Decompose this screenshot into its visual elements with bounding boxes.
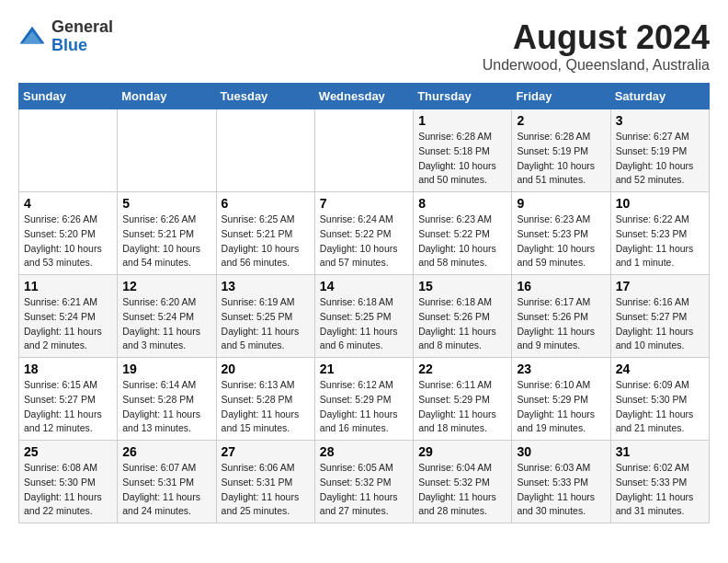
calendar-cell: 25Sunrise: 6:08 AMSunset: 5:30 PMDayligh…: [19, 441, 118, 523]
day-number: 4: [24, 196, 112, 211]
weekday-header-saturday: Saturday: [610, 84, 709, 109]
calendar-cell: 8Sunrise: 6:23 AMSunset: 5:22 PMDaylight…: [414, 192, 512, 275]
day-number: 13: [222, 279, 310, 293]
day-number: 25: [24, 444, 112, 459]
calendar-cell: 2Sunrise: 6:28 AMSunset: 5:19 PMDaylight…: [512, 109, 610, 192]
day-info: Sunrise: 6:20 AMSunset: 5:24 PMDaylight:…: [122, 295, 210, 353]
day-number: 12: [122, 279, 210, 293]
day-info: Sunrise: 6:28 AMSunset: 5:19 PMDaylight:…: [517, 130, 605, 188]
day-number: 6: [222, 196, 310, 211]
day-info: Sunrise: 6:21 AMSunset: 5:24 PMDaylight:…: [24, 295, 112, 353]
day-info: Sunrise: 6:28 AMSunset: 5:18 PMDaylight:…: [418, 130, 506, 188]
calendar-cell: 29Sunrise: 6:04 AMSunset: 5:32 PMDayligh…: [414, 441, 512, 523]
weekday-header-row: SundayMondayTuesdayWednesdayThursdayFrid…: [19, 84, 710, 109]
calendar-cell: [216, 109, 314, 192]
page-header: General Blue August 2024 Underwood, Quee…: [18, 18, 710, 74]
day-number: 19: [122, 362, 210, 376]
day-info: Sunrise: 6:19 AMSunset: 5:25 PMDaylight:…: [222, 295, 310, 353]
day-info: Sunrise: 6:23 AMSunset: 5:23 PMDaylight:…: [517, 213, 605, 270]
day-number: 10: [616, 196, 704, 211]
weekday-header-tuesday: Tuesday: [216, 84, 314, 109]
day-number: 8: [418, 196, 506, 211]
title-area: August 2024 Underwood, Queensland, Austr…: [483, 18, 710, 74]
day-number: 7: [320, 196, 408, 211]
day-number: 24: [616, 362, 704, 376]
calendar-cell: [314, 109, 413, 192]
calendar-cell: 19Sunrise: 6:14 AMSunset: 5:28 PMDayligh…: [118, 358, 216, 441]
day-number: 27: [222, 444, 310, 459]
month-title: August 2024: [483, 18, 710, 57]
calendar-cell: [118, 109, 216, 192]
calendar-cell: 3Sunrise: 6:27 AMSunset: 5:19 PMDaylight…: [610, 109, 709, 192]
logo: General Blue: [18, 18, 113, 55]
calendar-week-row: 25Sunrise: 6:08 AMSunset: 5:30 PMDayligh…: [19, 441, 710, 523]
day-info: Sunrise: 6:14 AMSunset: 5:28 PMDaylight:…: [122, 378, 210, 436]
weekday-header-sunday: Sunday: [19, 84, 118, 109]
day-info: Sunrise: 6:26 AMSunset: 5:20 PMDaylight:…: [24, 213, 112, 270]
day-number: 20: [222, 362, 310, 376]
weekday-header-friday: Friday: [512, 84, 610, 109]
day-info: Sunrise: 6:08 AMSunset: 5:30 PMDaylight:…: [24, 461, 112, 519]
day-info: Sunrise: 6:23 AMSunset: 5:22 PMDaylight:…: [418, 213, 506, 270]
calendar-cell: [19, 109, 118, 192]
logo-text: General Blue: [51, 18, 113, 55]
day-info: Sunrise: 6:18 AMSunset: 5:26 PMDaylight:…: [418, 295, 506, 353]
day-number: 30: [517, 444, 605, 459]
calendar-cell: 15Sunrise: 6:18 AMSunset: 5:26 PMDayligh…: [414, 275, 512, 358]
day-number: 21: [320, 362, 408, 376]
day-number: 14: [320, 279, 408, 293]
day-info: Sunrise: 6:02 AMSunset: 5:33 PMDaylight:…: [616, 461, 704, 519]
calendar-cell: 18Sunrise: 6:15 AMSunset: 5:27 PMDayligh…: [19, 358, 118, 441]
day-info: Sunrise: 6:17 AMSunset: 5:26 PMDaylight:…: [517, 295, 605, 353]
day-number: 3: [616, 113, 704, 128]
location-title: Underwood, Queensland, Australia: [483, 57, 710, 74]
day-info: Sunrise: 6:18 AMSunset: 5:25 PMDaylight:…: [320, 295, 408, 353]
day-number: 1: [418, 113, 506, 128]
day-info: Sunrise: 6:11 AMSunset: 5:29 PMDaylight:…: [418, 378, 506, 436]
calendar-cell: 1Sunrise: 6:28 AMSunset: 5:18 PMDaylight…: [414, 109, 512, 192]
day-number: 11: [24, 279, 112, 293]
calendar-cell: 10Sunrise: 6:22 AMSunset: 5:23 PMDayligh…: [610, 192, 709, 275]
day-number: 15: [418, 279, 506, 293]
calendar-cell: 21Sunrise: 6:12 AMSunset: 5:29 PMDayligh…: [314, 358, 413, 441]
day-info: Sunrise: 6:09 AMSunset: 5:30 PMDaylight:…: [616, 378, 704, 436]
calendar-cell: 9Sunrise: 6:23 AMSunset: 5:23 PMDaylight…: [512, 192, 610, 275]
day-number: 9: [517, 196, 605, 211]
weekday-header-thursday: Thursday: [414, 84, 512, 109]
day-info: Sunrise: 6:03 AMSunset: 5:33 PMDaylight:…: [517, 461, 605, 519]
calendar-cell: 12Sunrise: 6:20 AMSunset: 5:24 PMDayligh…: [118, 275, 216, 358]
day-info: Sunrise: 6:24 AMSunset: 5:22 PMDaylight:…: [320, 213, 408, 270]
day-info: Sunrise: 6:15 AMSunset: 5:27 PMDaylight:…: [24, 378, 112, 436]
calendar-cell: 6Sunrise: 6:25 AMSunset: 5:21 PMDaylight…: [216, 192, 314, 275]
calendar-cell: 17Sunrise: 6:16 AMSunset: 5:27 PMDayligh…: [610, 275, 709, 358]
calendar-cell: 11Sunrise: 6:21 AMSunset: 5:24 PMDayligh…: [19, 275, 118, 358]
calendar-table: SundayMondayTuesdayWednesdayThursdayFrid…: [18, 83, 710, 523]
calendar-cell: 27Sunrise: 6:06 AMSunset: 5:31 PMDayligh…: [216, 441, 314, 523]
day-info: Sunrise: 6:05 AMSunset: 5:32 PMDaylight:…: [320, 461, 408, 519]
day-number: 16: [517, 279, 605, 293]
calendar-cell: 14Sunrise: 6:18 AMSunset: 5:25 PMDayligh…: [314, 275, 413, 358]
calendar-cell: 31Sunrise: 6:02 AMSunset: 5:33 PMDayligh…: [610, 441, 709, 523]
day-number: 31: [616, 444, 704, 459]
day-info: Sunrise: 6:27 AMSunset: 5:19 PMDaylight:…: [616, 130, 704, 188]
day-info: Sunrise: 6:22 AMSunset: 5:23 PMDaylight:…: [616, 213, 704, 270]
day-info: Sunrise: 6:25 AMSunset: 5:21 PMDaylight:…: [222, 213, 310, 270]
day-info: Sunrise: 6:06 AMSunset: 5:31 PMDaylight:…: [222, 461, 310, 519]
calendar-cell: 30Sunrise: 6:03 AMSunset: 5:33 PMDayligh…: [512, 441, 610, 523]
day-info: Sunrise: 6:26 AMSunset: 5:21 PMDaylight:…: [122, 213, 210, 270]
day-number: 17: [616, 279, 704, 293]
day-number: 26: [122, 444, 210, 459]
day-number: 2: [517, 113, 605, 128]
logo-icon: [18, 23, 46, 51]
calendar-cell: 23Sunrise: 6:10 AMSunset: 5:29 PMDayligh…: [512, 358, 610, 441]
day-number: 5: [122, 196, 210, 211]
day-number: 23: [517, 362, 605, 376]
day-info: Sunrise: 6:12 AMSunset: 5:29 PMDaylight:…: [320, 378, 408, 436]
calendar-cell: 24Sunrise: 6:09 AMSunset: 5:30 PMDayligh…: [610, 358, 709, 441]
calendar-cell: 20Sunrise: 6:13 AMSunset: 5:28 PMDayligh…: [216, 358, 314, 441]
calendar-cell: 5Sunrise: 6:26 AMSunset: 5:21 PMDaylight…: [118, 192, 216, 275]
calendar-cell: 4Sunrise: 6:26 AMSunset: 5:20 PMDaylight…: [19, 192, 118, 275]
calendar-cell: 28Sunrise: 6:05 AMSunset: 5:32 PMDayligh…: [314, 441, 413, 523]
day-info: Sunrise: 6:10 AMSunset: 5:29 PMDaylight:…: [517, 378, 605, 436]
day-info: Sunrise: 6:07 AMSunset: 5:31 PMDaylight:…: [122, 461, 210, 519]
